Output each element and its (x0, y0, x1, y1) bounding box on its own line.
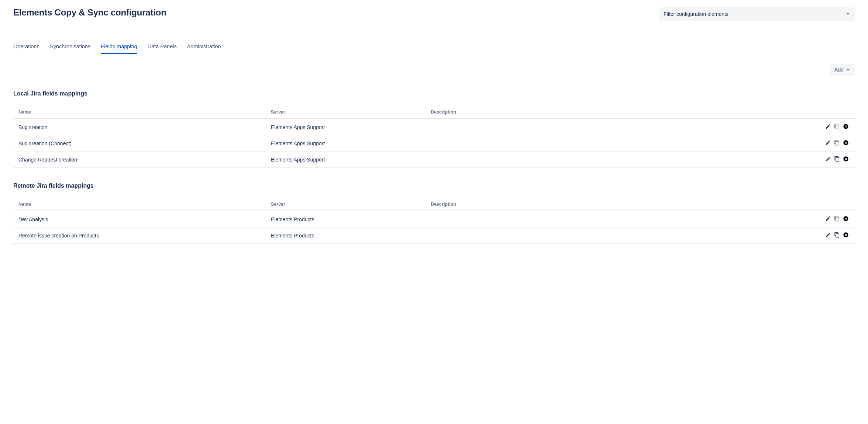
copy-button[interactable] (834, 140, 840, 146)
add-button[interactable]: Add (830, 64, 855, 76)
cell-actions (814, 152, 855, 168)
cell-server: Elements Products (266, 211, 426, 227)
edit-button[interactable] (825, 156, 831, 162)
column-header-name: Name (13, 198, 266, 211)
cell-description (426, 135, 814, 152)
mappings-table: NameServerDescriptionDev AnalysisElement… (13, 198, 855, 244)
add-button-label: Add (834, 67, 844, 73)
cell-name: Dev Analysis (13, 211, 266, 227)
section-title: Remote Jira fields mappings (13, 183, 855, 189)
cell-actions (814, 227, 855, 244)
copy-icon (834, 140, 840, 146)
delete-button[interactable] (843, 140, 849, 146)
pencil-icon (825, 216, 831, 222)
pencil-icon (825, 232, 831, 238)
copy-button[interactable] (834, 232, 840, 238)
pencil-icon (825, 124, 831, 129)
tab-data-panels[interactable]: Data Panels (148, 41, 177, 54)
cell-server: Elements Products (266, 227, 426, 244)
column-header-server: Server (266, 198, 426, 211)
filter-select-input[interactable]: Filter configuration elements (659, 7, 855, 21)
cell-name: Remote issue creation on Products (13, 227, 266, 244)
delete-button[interactable] (843, 232, 849, 238)
copy-button[interactable] (834, 156, 840, 162)
cell-actions (814, 135, 855, 152)
column-header-server: Server (266, 106, 426, 119)
copy-button[interactable] (834, 124, 840, 129)
pencil-icon (825, 156, 831, 162)
delete-button[interactable] (843, 124, 849, 129)
cell-name: Change Request creation (13, 152, 266, 168)
table-row: Bug creation (Connect)Elements Apps Supp… (13, 135, 855, 152)
close-circle-icon (843, 216, 849, 222)
cell-description (426, 119, 814, 135)
cell-server: Elements Apps Support (266, 119, 426, 135)
copy-icon (834, 216, 840, 222)
page-title: Elements Copy & Sync configuration (13, 7, 166, 18)
edit-button[interactable] (825, 140, 831, 146)
cell-description (426, 152, 814, 168)
cell-actions (814, 211, 855, 227)
chevron-down-icon (846, 67, 850, 73)
section-title: Local Jira fields mappings (13, 90, 855, 97)
delete-button[interactable] (843, 156, 849, 162)
tab-synchronisations[interactable]: Synchronisations (50, 41, 90, 54)
close-circle-icon (843, 232, 849, 238)
cell-server: Elements Apps Support (266, 135, 426, 152)
edit-button[interactable] (825, 216, 831, 222)
close-circle-icon (843, 124, 849, 129)
tab-operations[interactable]: Operations (13, 41, 39, 54)
copy-icon (834, 156, 840, 162)
copy-button[interactable] (834, 216, 840, 222)
cell-name: Bug creation (13, 119, 266, 135)
pencil-icon (825, 140, 831, 146)
delete-button[interactable] (843, 216, 849, 222)
table-row: Remote issue creation on ProductsElement… (13, 227, 855, 244)
table-row: Bug creationElements Apps Support (13, 119, 855, 135)
column-header-name: Name (13, 106, 266, 119)
cell-server: Elements Apps Support (266, 152, 426, 168)
edit-button[interactable] (825, 232, 831, 238)
cell-description (426, 227, 814, 244)
table-row: Change Request creationElements Apps Sup… (13, 152, 855, 168)
column-header-desc: Description (426, 198, 814, 211)
edit-button[interactable] (825, 124, 831, 129)
cell-actions (814, 119, 855, 135)
table-row: Dev AnalysisElements Products (13, 211, 855, 227)
copy-icon (834, 124, 840, 129)
column-header-actions (814, 106, 855, 119)
mappings-table: NameServerDescriptionBug creationElement… (13, 106, 855, 168)
cell-name: Bug creation (Connect) (13, 135, 266, 152)
tab-fields-mapping[interactable]: Fields mapping (101, 41, 137, 54)
filter-select[interactable]: Filter configuration elements (659, 7, 855, 21)
tabs: OperationsSynchronisationsFields mapping… (13, 41, 855, 54)
close-circle-icon (843, 156, 849, 162)
tab-administration[interactable]: Administration (187, 41, 221, 54)
copy-icon (834, 232, 840, 238)
column-header-desc: Description (426, 106, 814, 119)
column-header-actions (814, 198, 855, 211)
close-circle-icon (843, 140, 849, 146)
cell-description (426, 211, 814, 227)
